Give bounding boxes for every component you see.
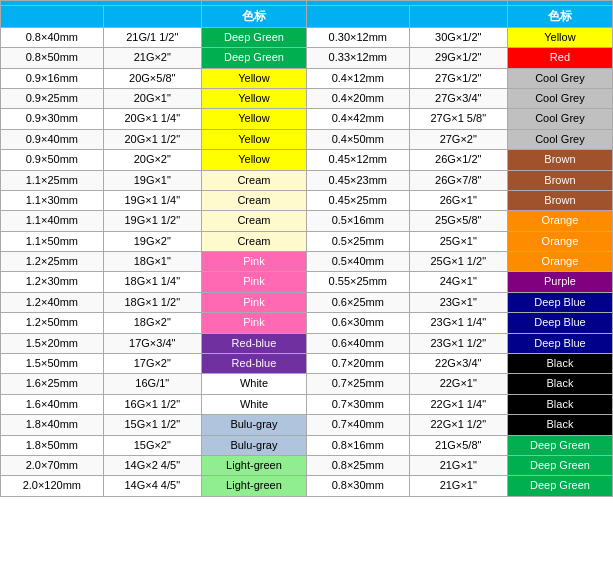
left-mm-cell: 1.2×25mm <box>1 252 104 272</box>
left-mm-header <box>1 6 104 28</box>
right-gauge-cell: 27G×1/2" <box>409 68 507 88</box>
left-color-cell: Yellow <box>201 150 306 170</box>
right-mm-cell: 0.8×16mm <box>306 435 409 455</box>
left-mm-cell: 1.1×30mm <box>1 190 104 210</box>
left-color-cell: Cream <box>201 231 306 251</box>
table-row: 0.9×50mm20G×2"Yellow0.45×12mm26G×1/2"Bro… <box>1 150 613 170</box>
right-color-cell: Black <box>507 394 612 414</box>
right-gauge-cell: 30G×1/2" <box>409 27 507 47</box>
left-color-cell: Pink <box>201 272 306 292</box>
spec-table: 色标 色标 0.8×40mm21G/1 1/2"Deep Green0.30×1… <box>0 0 613 497</box>
right-gauge-cell: 25G×5/8" <box>409 211 507 231</box>
left-color-cell: Deep Green <box>201 27 306 47</box>
right-mm-cell: 0.6×40mm <box>306 333 409 353</box>
left-mm-cell: 1.5×20mm <box>1 333 104 353</box>
table-row: 1.2×40mm18G×1 1/2"Pink0.6×25mm23G×1"Deep… <box>1 292 613 312</box>
right-gauge-header <box>409 6 507 28</box>
left-mm-cell: 1.1×50mm <box>1 231 104 251</box>
left-color-cell: Bulu-gray <box>201 435 306 455</box>
right-color-cell: Deep Green <box>507 456 612 476</box>
left-gauge-cell: 18G×1" <box>103 252 201 272</box>
right-color-cell: Yellow <box>507 27 612 47</box>
left-gauge-header <box>103 6 201 28</box>
right-mm-cell: 0.4×12mm <box>306 68 409 88</box>
left-mm-cell: 2.0×70mm <box>1 456 104 476</box>
table-row: 1.6×40mm16G×1 1/2"White0.7×30mm22G×1 1/4… <box>1 394 613 414</box>
right-color-sub-header: 色标 <box>507 6 612 28</box>
right-color-cell: Deep Green <box>507 476 612 496</box>
left-color-cell: Yellow <box>201 88 306 108</box>
left-color-cell: Pink <box>201 313 306 333</box>
right-color-cell: Deep Green <box>507 435 612 455</box>
right-mm-cell: 0.5×40mm <box>306 252 409 272</box>
right-mm-cell: 0.4×50mm <box>306 129 409 149</box>
left-color-cell: Cream <box>201 211 306 231</box>
left-mm-cell: 1.6×40mm <box>1 394 104 414</box>
right-color-cell: Deep Blue <box>507 292 612 312</box>
left-gauge-cell: 19G×2" <box>103 231 201 251</box>
right-gauge-cell: 23G×1 1/2" <box>409 333 507 353</box>
left-gauge-cell: 18G×1 1/4" <box>103 272 201 292</box>
right-mm-cell: 0.6×25mm <box>306 292 409 312</box>
right-mm-header <box>306 6 409 28</box>
right-gauge-cell: 26G×7/8" <box>409 170 507 190</box>
right-mm-cell: 0.7×25mm <box>306 374 409 394</box>
table-row: 1.2×30mm18G×1 1/4"Pink0.55×25mm24G×1"Pur… <box>1 272 613 292</box>
left-mm-cell: 1.8×50mm <box>1 435 104 455</box>
table-row: 1.8×50mm15G×2"Bulu-gray0.8×16mm21G×5/8"D… <box>1 435 613 455</box>
right-gauge-cell: 21G×5/8" <box>409 435 507 455</box>
right-gauge-cell: 27G×3/4" <box>409 88 507 108</box>
right-gauge-cell: 22G×1 1/4" <box>409 394 507 414</box>
right-mm-cell: 0.4×42mm <box>306 109 409 129</box>
right-color-cell: Brown <box>507 190 612 210</box>
right-gauge-cell: 25G×1 1/2" <box>409 252 507 272</box>
left-mm-cell: 1.8×40mm <box>1 415 104 435</box>
right-color-cell: Cool Grey <box>507 109 612 129</box>
left-mm-cell: 0.8×50mm <box>1 48 104 68</box>
left-gauge-cell: 15G×1 1/2" <box>103 415 201 435</box>
right-mm-cell: 0.8×25mm <box>306 456 409 476</box>
right-color-cell: Black <box>507 374 612 394</box>
right-color-cell: Red <box>507 48 612 68</box>
table-row: 2.0×70mm14G×2 4/5"Light-green0.8×25mm21G… <box>1 456 613 476</box>
left-color-cell: Yellow <box>201 109 306 129</box>
right-color-cell: Purple <box>507 272 612 292</box>
table-row: 0.9×25mm20G×1"Yellow0.4×20mm27G×3/4"Cool… <box>1 88 613 108</box>
right-gauge-cell: 22G×1" <box>409 374 507 394</box>
right-mm-cell: 0.8×30mm <box>306 476 409 496</box>
right-gauge-cell: 23G×1" <box>409 292 507 312</box>
left-color-cell: Pink <box>201 252 306 272</box>
right-mm-cell: 0.45×25mm <box>306 190 409 210</box>
table-row: 0.8×40mm21G/1 1/2"Deep Green0.30×12mm30G… <box>1 27 613 47</box>
right-color-cell: Black <box>507 415 612 435</box>
left-gauge-cell: 16G×1 1/2" <box>103 394 201 414</box>
left-mm-cell: 0.9×40mm <box>1 129 104 149</box>
table-row: 1.1×50mm19G×2"Cream0.5×25mm25G×1"Orange <box>1 231 613 251</box>
right-color-cell: Brown <box>507 170 612 190</box>
right-mm-cell: 0.7×20mm <box>306 354 409 374</box>
left-gauge-cell: 20G×1 1/4" <box>103 109 201 129</box>
left-gauge-cell: 20G×1 1/2" <box>103 129 201 149</box>
left-mm-cell: 1.6×25mm <box>1 374 104 394</box>
right-mm-cell: 0.7×40mm <box>306 415 409 435</box>
left-color-cell: Deep Green <box>201 48 306 68</box>
table-row: 1.2×50mm18G×2"Pink0.6×30mm23G×1 1/4"Deep… <box>1 313 613 333</box>
right-mm-cell: 0.5×16mm <box>306 211 409 231</box>
table-row: 1.1×40mm19G×1 1/2"Cream0.5×16mm25G×5/8"O… <box>1 211 613 231</box>
left-color-cell: Bulu-gray <box>201 415 306 435</box>
left-gauge-cell: 17G×3/4" <box>103 333 201 353</box>
left-mm-cell: 1.1×25mm <box>1 170 104 190</box>
right-mm-cell: 0.55×25mm <box>306 272 409 292</box>
right-gauge-cell: 25G×1" <box>409 231 507 251</box>
left-color-cell: Red-blue <box>201 354 306 374</box>
right-gauge-cell: 27G×2" <box>409 129 507 149</box>
right-mm-cell: 0.33×12mm <box>306 48 409 68</box>
right-color-cell: Cool Grey <box>507 68 612 88</box>
left-gauge-cell: 20G×5/8" <box>103 68 201 88</box>
left-mm-cell: 0.9×50mm <box>1 150 104 170</box>
left-color-cell: Light-green <box>201 456 306 476</box>
left-gauge-cell: 20G×2" <box>103 150 201 170</box>
left-mm-cell: 0.8×40mm <box>1 27 104 47</box>
right-color-cell: Brown <box>507 150 612 170</box>
left-color-cell: Cream <box>201 190 306 210</box>
